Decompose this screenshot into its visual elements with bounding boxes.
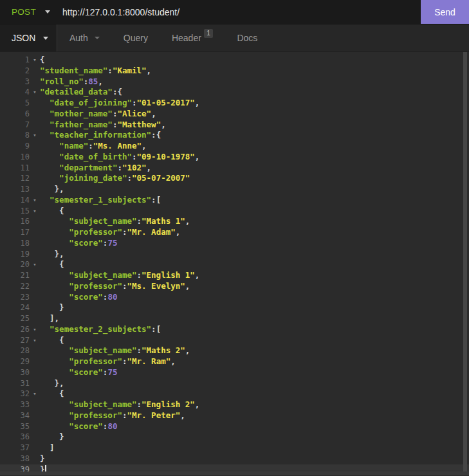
line-number: 29 (0, 356, 30, 367)
line-number: 33 (0, 399, 30, 410)
code-text: "mother_name":"Alice", (40, 109, 156, 120)
fold-gutter (30, 410, 40, 421)
code-line[interactable]: 26▾ "semester_2_subjects":[ (0, 324, 469, 335)
code-line[interactable]: 19 }, (0, 249, 469, 260)
tab-header[interactable]: Header 1 (172, 32, 213, 44)
code-line[interactable]: 8▾ "teacher_information":{ (0, 130, 469, 141)
editor-horizontal-scrollbar[interactable] (0, 471, 469, 475)
code-line[interactable]: 23 "score":80 (0, 292, 469, 303)
code-line[interactable]: 28 "subject_name":"Maths 2", (0, 345, 469, 356)
fold-arrow-icon[interactable]: ▾ (30, 389, 40, 399)
line-number: 32 (0, 389, 30, 399)
fold-gutter (30, 66, 40, 77)
fold-arrow-icon[interactable]: ▾ (30, 335, 40, 346)
fold-arrow-icon[interactable]: ▾ (30, 206, 40, 217)
code-line[interactable]: 10 "date_of_birth":"09-10-1978", (0, 152, 469, 163)
code-line[interactable]: 15▾ { (0, 206, 469, 217)
code-line[interactable]: 9 "name":"Ms. Anne", (0, 141, 469, 152)
body-type-dropdown[interactable]: JSON (0, 24, 57, 51)
code-line[interactable]: 14▾ "semester_1_subjects":[ (0, 195, 469, 206)
body-type-label: JSON (12, 33, 35, 43)
code-text: "detailed_data":{ (40, 87, 122, 98)
line-number: 21 (0, 270, 30, 281)
code-text: "professor":"Mr. Ram", (40, 356, 176, 367)
line-number: 10 (0, 152, 30, 163)
code-line[interactable]: 27▾ { (0, 335, 469, 346)
line-number: 34 (0, 410, 30, 421)
code-line[interactable]: 12 "joining_date":"05-07-2007" (0, 173, 469, 184)
code-line[interactable]: 5 "date_of_joining":"01-05-2017", (0, 98, 469, 109)
fold-gutter (30, 421, 40, 432)
code-line[interactable]: 6 "mother_name":"Alice", (0, 109, 469, 120)
code-line[interactable]: 36 } (0, 432, 469, 443)
editor-vertical-scrollbar[interactable] (463, 52, 467, 471)
code-text: "score":80 (40, 421, 117, 432)
code-line[interactable]: 37 ] (0, 443, 469, 453)
code-text: }, (40, 378, 64, 389)
code-line[interactable]: 21 "subject_name":"English 1", (0, 270, 469, 281)
url-bar: POST http://127.0.0.1:8000/student/ Send (0, 0, 469, 24)
fold-gutter (30, 77, 40, 87)
line-number: 12 (0, 173, 30, 184)
fold-gutter (30, 453, 40, 464)
tab-label: Docs (237, 32, 257, 44)
code-text: "subject_name":"English 2", (40, 399, 199, 410)
chevron-down-icon (95, 37, 100, 39)
code-line[interactable]: 13 }, (0, 184, 469, 195)
tab-query[interactable]: Query (124, 32, 148, 44)
code-line[interactable]: 35 "score":80 (0, 421, 469, 432)
code-line[interactable]: 32▾ { (0, 389, 469, 399)
line-number: 26 (0, 324, 30, 335)
code-line[interactable]: 31 }, (0, 378, 469, 389)
fold-gutter (30, 378, 40, 389)
code-line[interactable]: 4▾"detailed_data":{ (0, 87, 469, 98)
method-dropdown[interactable]: POST (0, 0, 50, 24)
fold-gutter (30, 216, 40, 227)
line-number: 9 (0, 141, 30, 152)
code-line[interactable]: 3"roll_no":85, (0, 77, 469, 87)
url-input[interactable]: http://127.0.0.1:8000/student/ (50, 0, 421, 24)
code-text: }, (40, 249, 64, 260)
tab-docs[interactable]: Docs (237, 32, 257, 44)
line-number: 18 (0, 238, 30, 249)
code-line[interactable]: 33 "subject_name":"English 2", (0, 399, 469, 410)
code-line[interactable]: 24 } (0, 302, 469, 313)
line-number: 13 (0, 184, 30, 195)
fold-arrow-icon[interactable]: ▾ (30, 259, 40, 270)
code-text: "name":"Ms. Anne", (40, 141, 147, 152)
code-line[interactable]: 1▾{ (0, 55, 469, 66)
editor-lines: 1▾{2"student_name":"Kamil",3"roll_no":85… (0, 55, 469, 475)
code-text: "score":75 (40, 367, 117, 378)
code-line[interactable]: 20▾ { (0, 259, 469, 270)
code-line[interactable]: 34 "professor":"Mr. Peter", (0, 410, 469, 421)
line-number: 11 (0, 163, 30, 174)
json-body-editor[interactable]: 1▾{2"student_name":"Kamil",3"roll_no":85… (0, 52, 469, 475)
code-line[interactable]: 17 "professor":"Mr. Adam", (0, 227, 469, 238)
code-line[interactable]: 7 "father_name":"Matthew", (0, 120, 469, 131)
fold-arrow-icon[interactable]: ▾ (30, 130, 40, 141)
send-button[interactable]: Send (421, 0, 469, 24)
code-line[interactable]: 30 "score":75 (0, 367, 469, 378)
code-line[interactable]: 22 "professor":"Ms. Evelyn", (0, 281, 469, 292)
fold-arrow-icon[interactable]: ▾ (30, 87, 40, 98)
fold-arrow-icon[interactable]: ▾ (30, 324, 40, 335)
code-text: }, (40, 184, 64, 195)
code-line[interactable]: 16 "subject_name":"Maths 1", (0, 216, 469, 227)
code-text: "father_name":"Matthew", (40, 120, 166, 131)
code-line[interactable]: 25 ], (0, 313, 469, 324)
fold-gutter (30, 432, 40, 443)
code-line[interactable]: 29 "professor":"Mr. Ram", (0, 356, 469, 367)
tab-auth[interactable]: Auth (69, 32, 100, 44)
code-line[interactable]: 18 "score":75 (0, 238, 469, 249)
fold-gutter (30, 163, 40, 174)
code-line[interactable]: 2"student_name":"Kamil", (0, 66, 469, 77)
line-number: 19 (0, 249, 30, 260)
line-number: 25 (0, 313, 30, 324)
method-label: POST (12, 7, 36, 17)
code-line[interactable]: 38} (0, 453, 469, 464)
fold-gutter (30, 120, 40, 131)
code-line[interactable]: 11 "department":"102", (0, 163, 469, 174)
fold-gutter (30, 313, 40, 324)
fold-arrow-icon[interactable]: ▾ (30, 55, 40, 66)
fold-arrow-icon[interactable]: ▾ (30, 195, 40, 206)
